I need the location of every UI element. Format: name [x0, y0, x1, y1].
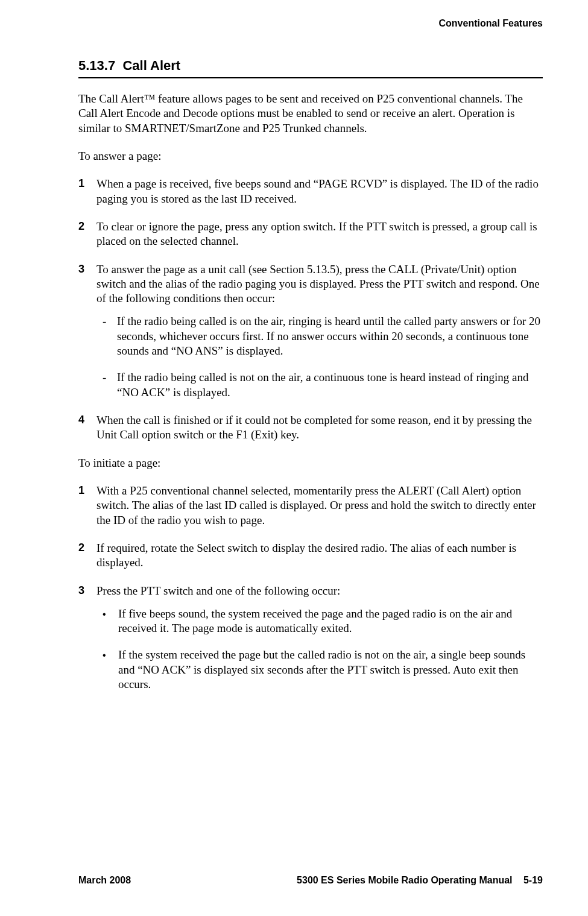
footer-page-number: 5-19 [523, 875, 543, 885]
section-rule [78, 77, 543, 78]
sub-text: If the radio being called is not on the … [117, 370, 543, 400]
dash-icon: - [96, 314, 117, 358]
step-number: 3 [78, 262, 96, 400]
initiate-steps: 1 With a P25 conventional channel select… [78, 484, 543, 705]
list-item: • If the system received the page but th… [96, 648, 543, 692]
section-heading: 5.13.7 Call Alert [78, 58, 543, 74]
list-item: 2 To clear or ignore the page, press any… [78, 220, 543, 249]
sub-text: If five beeps sound, the system received… [118, 607, 543, 636]
step-text: To clear or ignore the page, press any o… [96, 220, 543, 249]
step-number: 1 [78, 484, 96, 528]
step-number: 2 [78, 541, 96, 570]
step-number: 2 [78, 220, 96, 249]
section-intro: The Call Alert™ feature allows pages to … [78, 92, 543, 136]
page-footer: March 2008 5300 ES Series Mobile Radio O… [78, 863, 543, 886]
list-item: - If the radio being called is not on th… [96, 370, 543, 400]
step-text: To answer the page as a unit call (see S… [96, 262, 543, 400]
bullet-icon: • [96, 648, 118, 692]
list-item: - If the radio being called is on the ai… [96, 314, 543, 358]
list-item: 3 To answer the page as a unit call (see… [78, 262, 543, 400]
section-number: 5.13.7 [78, 58, 115, 73]
answer-steps: 1 When a page is received, five beeps so… [78, 177, 543, 455]
list-item: 1 With a P25 conventional channel select… [78, 484, 543, 528]
dash-icon: - [96, 370, 117, 400]
bullet-icon: • [96, 607, 118, 636]
step-text: If required, rotate the Select switch to… [96, 541, 543, 570]
dash-sublist: - If the radio being called is on the ai… [96, 314, 543, 400]
footer-date: March 2008 [78, 875, 131, 886]
list-item: • If five beeps sound, the system receiv… [96, 607, 543, 636]
sub-text: If the radio being called is on the air,… [117, 314, 543, 358]
section-title: Call Alert [122, 58, 180, 73]
list-item: 4 When the call is finished or if it cou… [78, 413, 543, 443]
list-item: 1 When a page is received, five beeps so… [78, 177, 543, 206]
step-text: With a P25 conventional channel selected… [96, 484, 543, 528]
step-text: Press the PTT switch and one of the foll… [96, 584, 543, 692]
initiate-lead: To initiate a page: [78, 456, 543, 470]
step-number: 3 [78, 584, 96, 692]
answer-lead: To answer a page: [78, 149, 543, 163]
footer-manual-title: 5300 ES Series Mobile Radio Operating Ma… [297, 875, 512, 885]
step-text-inner: To answer the page as a unit call (see S… [96, 263, 540, 305]
bullet-sublist: • If five beeps sound, the system receiv… [96, 607, 543, 692]
list-item: 2 If required, rotate the Select switch … [78, 541, 543, 570]
step-text-inner: Press the PTT switch and one of the foll… [96, 584, 340, 597]
step-number: 1 [78, 177, 96, 206]
sub-text: If the system received the page but the … [118, 648, 543, 692]
running-header: Conventional Features [78, 18, 543, 29]
step-text: When a page is received, five beeps soun… [96, 177, 543, 206]
list-item: 3 Press the PTT switch and one of the fo… [78, 584, 543, 692]
step-number: 4 [78, 413, 96, 443]
step-text: When the call is finished or if it could… [96, 413, 543, 443]
